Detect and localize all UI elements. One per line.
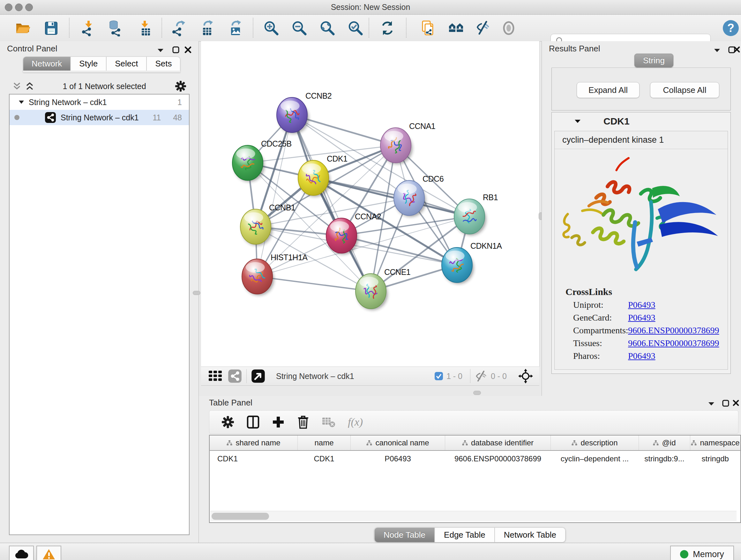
birds-eye-view-icon[interactable] — [208, 369, 223, 383]
export-network-icon[interactable] — [170, 19, 188, 37]
create-column-icon[interactable] — [272, 416, 285, 428]
table-cell[interactable]: P06493 — [351, 450, 445, 466]
node-HIST1H1A[interactable]: HIST1H1A — [242, 253, 308, 296]
panel-float-icon[interactable] — [722, 400, 729, 407]
table-cell[interactable]: stringdb — [690, 450, 741, 466]
panel-collapse-icon[interactable] — [714, 48, 721, 53]
panel-close-icon[interactable] — [734, 46, 740, 53]
delete-table-icon[interactable] — [322, 416, 336, 428]
crosslink-link[interactable]: 9606.ENSP00000378699 — [628, 338, 719, 348]
tree-expand-icon[interactable] — [18, 100, 24, 104]
expand-all-icon[interactable] — [25, 82, 34, 91]
table-cell[interactable]: stringdb:9... — [639, 450, 690, 466]
first-neighbors-icon[interactable] — [448, 19, 465, 37]
import-network-database-icon[interactable] — [107, 19, 125, 37]
tree-icon — [653, 440, 659, 446]
cloud-status-icon[interactable] — [9, 546, 34, 560]
node-CDK1[interactable]: CDK1 — [298, 154, 347, 197]
node-CCNE1[interactable]: CCNE1 — [355, 267, 410, 310]
tab-style[interactable]: Style — [71, 57, 106, 71]
hide-selected-icon[interactable] — [474, 19, 492, 37]
table-horizontal-scrollbar[interactable] — [210, 511, 737, 521]
collapse-all-button[interactable]: Collapse All — [650, 82, 719, 98]
table-cell[interactable]: 9606.ENSP00000378699 — [445, 450, 551, 466]
edge-CCNE1-HIST1H1A[interactable] — [257, 276, 371, 291]
hidden-counts: 0 - 0 — [491, 372, 507, 381]
tab-network-table[interactable]: Network Table — [495, 527, 565, 542]
network-options-gear-icon[interactable] — [175, 80, 186, 92]
table-row[interactable]: CDK1CDK1P064939606.ENSP00000378699cyclin… — [209, 450, 741, 466]
scrollbar-thumb[interactable] — [212, 513, 269, 520]
network-badge-icon[interactable] — [228, 369, 242, 383]
column-header-databaseidentifier[interactable]: database identifier — [445, 435, 551, 450]
expand-all-button[interactable]: Expand All — [577, 82, 639, 98]
refresh-icon[interactable] — [379, 19, 396, 37]
show-columns-icon[interactable] — [246, 415, 260, 429]
node-label-HIST1H1A: HIST1H1A — [271, 253, 308, 262]
table-cell[interactable]: cyclin–dependent ... — [551, 450, 639, 466]
table-options-gear-icon[interactable] — [221, 416, 234, 428]
table-cell[interactable]: CDK1 — [298, 450, 351, 466]
network-graph[interactable]: CCNB2CCNA1CDC25BCDK1CDC6RB1CCNB1CCNA2CDK… — [201, 41, 539, 367]
copy-document-icon[interactable] — [419, 19, 436, 37]
column-header-namespace[interactable]: namespace — [690, 435, 741, 450]
zoom-selected-icon[interactable] — [347, 19, 364, 37]
panel-close-icon[interactable] — [733, 400, 739, 406]
import-table-icon[interactable] — [135, 19, 153, 37]
network-collection-row[interactable]: String Network – cdk1 1 — [10, 95, 189, 110]
panel-close-icon[interactable] — [185, 46, 192, 53]
tab-network[interactable]: Network — [23, 57, 71, 71]
tab-select[interactable]: Select — [106, 57, 146, 71]
crosslinks-list: Uniprot:P06493GeneCard:P06493Compartment… — [555, 300, 728, 361]
panel-float-icon[interactable] — [172, 46, 179, 53]
network-row-selected[interactable]: String Network – cdk1 11 48 — [10, 110, 189, 125]
crosslink-link[interactable]: P06493 — [628, 351, 656, 361]
left-splitter-grip[interactable] — [193, 291, 200, 295]
edge-CCNB2-CCNE1[interactable] — [292, 115, 371, 291]
node-CDKN1A[interactable]: CDKN1A — [442, 241, 502, 284]
column-header-canonicalname[interactable]: canonical name — [351, 435, 445, 450]
crosslink-link[interactable]: 9606.ENSP00000378699 — [628, 325, 719, 335]
panel-collapse-icon[interactable] — [157, 48, 164, 53]
crosslink-link[interactable]: P06493 — [628, 313, 656, 323]
zoom-out-icon[interactable] — [290, 19, 308, 37]
node-CDC6[interactable]: CDC6 — [394, 174, 444, 217]
gene-card-header[interactable]: CDK1 — [552, 112, 731, 130]
tab-sets[interactable]: Sets — [146, 57, 180, 71]
bottom-splitter-grip[interactable] — [473, 391, 481, 395]
detach-view-icon[interactable] — [251, 369, 265, 383]
delete-columns-icon[interactable] — [297, 415, 310, 429]
tab-edge-table[interactable]: Edge Table — [434, 527, 495, 542]
node-CCNB2[interactable]: CCNB2 — [277, 91, 332, 134]
selected-checkbox-icon[interactable] — [434, 372, 443, 381]
node-CCNA1[interactable]: CCNA1 — [381, 122, 435, 165]
import-network-icon[interactable] — [79, 19, 97, 37]
warning-status-icon[interactable] — [37, 546, 61, 560]
column-header-id[interactable]: @id — [639, 435, 690, 450]
node-RB1[interactable]: RB1 — [454, 193, 498, 236]
column-header-description[interactable]: description — [551, 435, 639, 450]
pan-crosshair-icon[interactable] — [518, 369, 533, 383]
column-header-name[interactable]: name — [298, 435, 351, 450]
network-canvas[interactable]: CCNB2CCNA1CDC25BCDK1CDC6RB1CCNB1CCNA2CDK… — [201, 41, 540, 367]
export-table-icon[interactable] — [198, 19, 216, 37]
card-collapse-icon[interactable] — [574, 119, 581, 124]
column-header-sharedname[interactable]: shared name — [209, 435, 298, 450]
function-builder-icon[interactable]: f(x) — [348, 416, 363, 428]
help-icon[interactable]: ? — [722, 19, 740, 37]
table-cell[interactable]: CDK1 — [209, 450, 298, 466]
memory-button[interactable]: Memory — [670, 546, 734, 560]
tab-string[interactable]: String — [634, 54, 673, 67]
hidden-eye-slash-icon[interactable] — [475, 371, 488, 381]
zoom-in-icon[interactable] — [262, 19, 280, 37]
crosslink-link[interactable]: P06493 — [628, 300, 656, 310]
save-session-icon[interactable] — [42, 19, 60, 37]
panel-collapse-icon[interactable] — [708, 401, 715, 406]
tab-node-table[interactable]: Node Table — [374, 527, 434, 542]
zoom-fit-icon[interactable] — [319, 19, 336, 37]
node-CDC25B[interactable]: CDC25B — [232, 139, 292, 182]
open-session-icon[interactable] — [13, 19, 31, 37]
show-all-icon[interactable] — [500, 19, 518, 37]
collapse-all-icon[interactable] — [13, 82, 21, 91]
export-image-icon[interactable] — [226, 19, 244, 37]
